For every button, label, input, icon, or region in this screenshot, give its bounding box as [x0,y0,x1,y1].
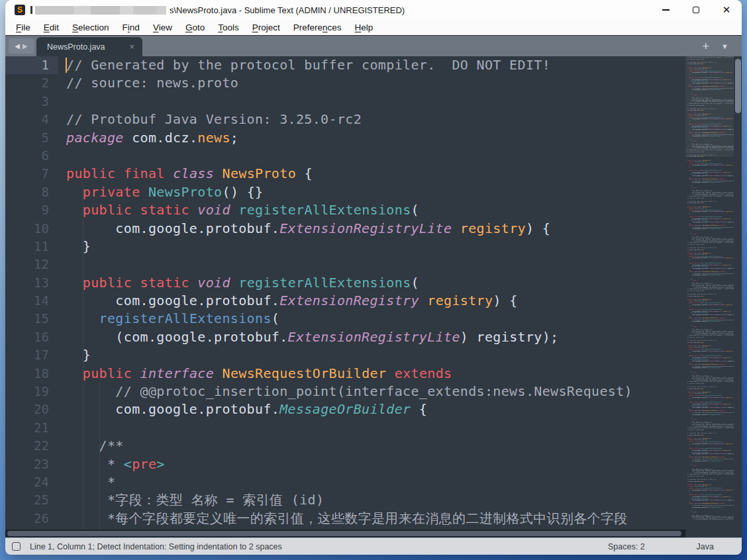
tab-close-icon[interactable]: × [129,42,134,52]
code-line-2[interactable]: 2// source: news.proto [5,74,685,92]
code-text: com.google.protobuf.MessageOrBuilder { [685,320,722,322]
code-line-20[interactable]: 20 com.google.protobuf.MessageOrBuilder … [5,400,685,418]
code-line-12[interactable]: 12 [5,256,685,273]
code-text [58,419,66,437]
tab-overflow-icon[interactable]: ▼ [721,42,728,50]
code-line-9[interactable]: 9 public static void registerAllExtensio… [5,201,685,219]
code-line-6[interactable]: 6 [5,147,685,165]
code-line-16[interactable]: 16 (com.google.protobuf.ExtensionRegistr… [5,328,685,346]
menu-item-tools[interactable]: Tools [211,20,246,35]
code-line-3[interactable]: 3 [5,93,685,111]
code-text: com.google.protobuf.ExtensionRegistry re… [58,292,518,310]
code-text: public static void registerAllExtensions… [58,274,419,292]
menu-item-view[interactable]: View [146,20,179,35]
line-number: 20 [5,400,58,418]
cursor-position-status: Line 1, Column 1; Detect Indentation: Se… [30,542,608,551]
line-number: 12 [5,256,58,273]
vertical-scrollbar-thumb[interactable] [735,59,741,113]
horizontal-scrollbar-thumb[interactable] [7,531,681,536]
new-tab-icon[interactable]: + [703,40,710,52]
code-line-22[interactable]: 22 /** [5,437,685,455]
code-text: // source: news.proto [685,429,704,431]
line-number: 22 [5,437,58,455]
code-text: } [58,346,91,364]
code-text: com.google.protobuf.MessageOrBuilder { [685,367,722,369]
code-text: * <pre> [58,455,165,473]
minimap[interactable]: // Generated by the protocol buffer comp… [685,56,734,537]
code-text: com.google.protobuf.ExtensionRegistryLit… [685,350,734,352]
code-line-11[interactable]: 11 } [5,238,685,256]
sublime-text-window: S s\NewsProto.java - Sublime Text (ADMIN… [5,0,742,555]
code-text: (com.google.protobuf.ExtensionRegistryLi… [58,328,558,346]
code-text [58,93,66,111]
line-number: 3 [5,93,58,111]
code-line-10[interactable]: 10 com.google.protobuf.ExtensionRegistry… [5,220,685,238]
sidebar-toggle-icon[interactable] [12,542,21,551]
code-line-15[interactable]: 15 registerAllExtensions( [5,310,685,328]
close-button[interactable]: ✕ [711,0,742,20]
menu-bar: FileEditSelectionFindViewGotoToolsProjec… [5,20,742,36]
code-line-18[interactable]: 18 public interface NewsRequestOrBuilder… [5,365,685,383]
menu-item-find[interactable]: Find [116,20,146,35]
tab-newsproto-java[interactable]: NewsProto.java × [36,37,142,56]
code-text: // Generated by the protocol buffer comp… [58,56,550,74]
code-line-19[interactable]: 19 // @@protoc_insertion_point(interface… [5,383,685,400]
line-number: 10 [5,220,58,238]
code-line-1[interactable]: 1// Generated by the protocol buffer com… [5,56,685,74]
menu-item-file[interactable]: File [9,20,37,35]
indentation-setting[interactable]: Spaces: 2 [608,542,645,551]
line-number: 15 [5,310,58,328]
code-line-26[interactable]: 26 *每个字段都要定义唯一的索引值，这些数字是用来在消息的二进制格式中识别各个… [5,510,685,528]
line-number: 17 [5,346,58,364]
menu-item-selection[interactable]: Selection [66,20,116,35]
code-line-4[interactable]: 4// Protobuf Java Version: 3.25.0-rc2 [5,111,685,128]
vertical-scrollbar[interactable] [734,56,742,537]
code-editor[interactable]: 1// Generated by the protocol buffer com… [5,56,685,537]
code-text: private NewsProto() {} [58,183,263,201]
line-number: 25 [5,491,58,509]
line-number: 2 [5,74,58,92]
code-text: package com.dcz.news; [685,202,704,204]
minimize-button[interactable] [650,0,681,20]
line-number: 26 [5,510,58,528]
prev-tab-icon[interactable]: ◀ [15,42,20,50]
code-text: // Protobuf Java Version: 3.25.0-rc2 [58,111,362,128]
code-line-14[interactable]: 14 com.google.protobuf.ExtensionRegistry… [5,292,685,310]
line-number: 13 [5,274,58,292]
code-line-23[interactable]: 23 * <pre> [5,455,685,473]
menu-item-goto[interactable]: Goto [179,20,211,35]
line-number: 24 [5,473,58,491]
maximize-button[interactable] [681,0,711,20]
sublime-logo-icon: S [15,5,25,15]
code-line-17[interactable]: 17 } [5,346,685,364]
line-number: 19 [5,383,58,400]
code-line-21[interactable]: 21 [5,419,685,437]
menu-item-edit[interactable]: Edit [37,20,66,35]
code-text: package com.dcz.news; [685,434,704,436]
line-number: 18 [5,365,58,383]
code-text: (com.google.protobuf.ExtensionRegistryLi… [685,175,734,177]
code-line-5[interactable]: 5package com.dcz.news; [5,129,685,147]
code-text: (com.google.protobuf.ExtensionRegistryLi… [685,314,734,316]
menu-item-help[interactable]: Help [348,20,380,35]
tab-nav-arrows[interactable]: ◀ ▶ [9,38,34,54]
next-tab-icon[interactable]: ▶ [23,42,28,50]
window-controls: ✕ [650,0,742,20]
code-text: com.google.protobuf.MessageOrBuilder { [685,506,722,508]
syntax-mode[interactable]: Java [697,542,714,551]
code-line-24[interactable]: 24 * [5,473,685,491]
code-text: (com.google.protobuf.ExtensionRegistryLi… [685,360,734,362]
code-text: package com.dcz.news; [685,481,704,483]
menu-item-preferences[interactable]: Preferences [287,20,348,35]
code-line-7[interactable]: 7public final class NewsProto { [5,165,685,183]
code-line-8[interactable]: 8 private NewsProto() {} [5,183,685,201]
code-text: // source: news.proto [58,74,238,92]
line-number: 21 [5,419,58,437]
code-line-25[interactable]: 25 *字段：类型 名称 = 索引值 (id) [5,491,685,509]
code-text: public final class NewsProto { [58,165,313,183]
code-text: com.google.protobuf.ExtensionRegistryLit… [685,210,734,212]
code-text: package com.dcz.news; [58,129,238,147]
horizontal-scrollbar[interactable] [5,530,685,537]
code-line-13[interactable]: 13 public static void registerAllExtensi… [5,274,685,292]
menu-item-project[interactable]: Project [246,20,287,35]
